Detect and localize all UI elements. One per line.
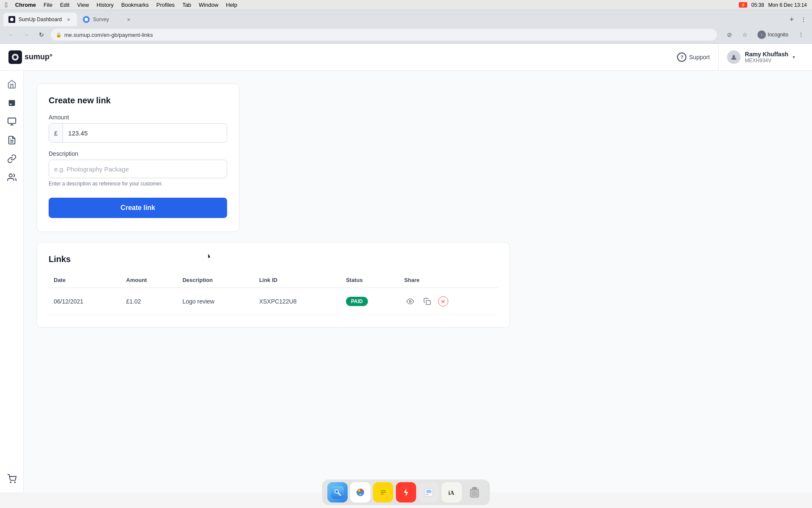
svg-rect-6 bbox=[8, 100, 15, 102]
sidebar-item-card-reader[interactable] bbox=[3, 94, 20, 111]
tab-sumup-close[interactable]: ✕ bbox=[65, 16, 72, 23]
address-text: me.sumup.com/en-gb/payment-links bbox=[64, 32, 153, 38]
row-date: 06/12/2021 bbox=[49, 288, 121, 315]
tab-expand-button[interactable]: ⋮ bbox=[798, 14, 809, 25]
bookmark-star-icon[interactable]: ☆ bbox=[739, 29, 751, 41]
share-actions: ✕ bbox=[404, 295, 493, 307]
create-link-card: Create new link Amount £ Description Ent… bbox=[36, 83, 239, 232]
user-chevron-icon: ▾ bbox=[793, 54, 795, 60]
battery-time: 05:38 bbox=[752, 2, 764, 8]
row-amount: £1.02 bbox=[121, 288, 177, 315]
menu-edit[interactable]: Edit bbox=[60, 2, 69, 8]
dock-item-reeder[interactable] bbox=[396, 482, 416, 502]
tab-sumup[interactable]: SumUp Dashboard ✕ bbox=[3, 13, 77, 26]
support-button[interactable]: ? Support bbox=[669, 44, 719, 71]
reload-button[interactable]: ↻ bbox=[36, 29, 47, 41]
dock: iA bbox=[0, 478, 812, 508]
clock: Mon 6 Dec 13:14 bbox=[768, 2, 807, 8]
col-description: Description bbox=[177, 273, 254, 288]
tab-survey[interactable]: Survey ✕ bbox=[78, 13, 137, 26]
svg-point-13 bbox=[9, 174, 12, 177]
menu-tab[interactable]: Tab bbox=[182, 2, 191, 8]
links-table: Date Amount Description Link ID Status S… bbox=[49, 273, 498, 315]
user-info: Ramy Khuffash MEXH934V bbox=[745, 51, 788, 64]
sidebar-item-customers[interactable] bbox=[3, 169, 20, 186]
dock-item-finder[interactable] bbox=[327, 482, 348, 502]
back-button[interactable]: ← bbox=[5, 29, 17, 41]
new-tab-button[interactable]: + bbox=[786, 14, 798, 25]
shield-icon[interactable]: ⊘ bbox=[724, 29, 735, 41]
svg-text:iA: iA bbox=[448, 490, 455, 496]
col-link-id: Link ID bbox=[254, 273, 341, 288]
battery-icon: ⚡ bbox=[739, 2, 747, 8]
row-share: ✕ bbox=[399, 288, 498, 315]
row-description: Logo review bbox=[177, 288, 254, 315]
sidebar-item-home[interactable] bbox=[3, 76, 20, 93]
tab-sumup-label: SumUp Dashboard bbox=[19, 17, 62, 22]
dock-item-preview[interactable] bbox=[419, 482, 439, 502]
dock-item-notes[interactable] bbox=[373, 482, 393, 502]
macos-menubar:  Chrome File Edit View History Bookmark… bbox=[0, 0, 812, 10]
description-hint: Enter a description as reference for you… bbox=[49, 181, 227, 187]
header-right: ? Support Ramy Khuffash MEXH934V ▾ bbox=[669, 44, 804, 71]
col-status: Status bbox=[341, 273, 399, 288]
profile-button[interactable]: I Incognito bbox=[754, 30, 792, 40]
tab-favicon-survey bbox=[83, 16, 90, 23]
menu-view[interactable]: View bbox=[77, 2, 89, 8]
view-link-button[interactable] bbox=[404, 295, 416, 307]
col-amount: Amount bbox=[121, 273, 177, 288]
svg-rect-31 bbox=[426, 490, 431, 493]
dock-item-chrome[interactable] bbox=[350, 482, 370, 502]
description-input[interactable] bbox=[49, 160, 227, 178]
copy-link-button[interactable] bbox=[421, 295, 433, 307]
row-link-id: XSXPC122U8 bbox=[254, 288, 341, 315]
browser-window: SumUp Dashboard ✕ Survey ✕ + ⋮ ← → ↻ 🔒 m… bbox=[0, 10, 812, 44]
col-share: Share bbox=[399, 273, 498, 288]
apple-menu[interactable]:  bbox=[5, 1, 8, 9]
amount-input[interactable] bbox=[63, 124, 227, 142]
support-label: Support bbox=[689, 54, 710, 61]
lock-icon: 🔒 bbox=[56, 32, 62, 38]
tab-bar: SumUp Dashboard ✕ Survey ✕ + ⋮ bbox=[0, 10, 812, 26]
delete-link-button[interactable]: ✕ bbox=[438, 296, 448, 306]
more-menu-icon[interactable]: ⋮ bbox=[795, 29, 807, 41]
address-bar-right: ⊘ ☆ I Incognito ⋮ bbox=[724, 29, 807, 41]
menu-file[interactable]: File bbox=[44, 2, 52, 8]
sidebar-item-transactions[interactable] bbox=[3, 113, 20, 130]
profile-avatar: I bbox=[757, 30, 766, 39]
menubar-right: ⚡ 05:38 Mon 6 Dec 13:14 bbox=[739, 2, 807, 8]
svg-point-1 bbox=[85, 18, 88, 21]
menu-bookmarks[interactable]: Bookmarks bbox=[121, 2, 149, 8]
svg-point-16 bbox=[409, 301, 411, 303]
sidebar-item-receipts[interactable] bbox=[3, 132, 20, 149]
dock-item-trash[interactable] bbox=[464, 482, 485, 502]
svg-rect-7 bbox=[10, 104, 11, 105]
col-date: Date bbox=[49, 273, 121, 288]
user-avatar bbox=[727, 50, 741, 64]
tab-survey-close[interactable]: ✕ bbox=[125, 16, 132, 23]
menu-profiles[interactable]: Profiles bbox=[156, 2, 175, 8]
menu-help[interactable]: Help bbox=[226, 2, 237, 8]
menu-window[interactable]: Window bbox=[199, 2, 218, 8]
amount-form-group: Amount £ bbox=[49, 114, 227, 143]
svg-point-0 bbox=[10, 18, 14, 21]
sidebar-item-payment-links[interactable] bbox=[3, 150, 20, 167]
address-bar[interactable]: 🔒 me.sumup.com/en-gb/payment-links bbox=[51, 29, 717, 41]
user-name: Ramy Khuffash bbox=[745, 51, 788, 58]
forward-button[interactable]: → bbox=[20, 29, 32, 41]
user-section[interactable]: Ramy Khuffash MEXH934V ▾ bbox=[719, 44, 804, 71]
dock-item-ia-writer[interactable]: iA bbox=[442, 482, 462, 502]
svg-rect-8 bbox=[8, 118, 15, 124]
create-link-button[interactable]: Create link bbox=[49, 198, 227, 218]
status-badge: PAID bbox=[346, 297, 368, 306]
tab-favicon-sumup bbox=[8, 16, 15, 23]
svg-point-3 bbox=[14, 55, 17, 59]
svg-marker-29 bbox=[404, 488, 408, 497]
description-form-group: Description Enter a description as refer… bbox=[49, 150, 227, 187]
svg-rect-17 bbox=[426, 301, 431, 305]
menu-history[interactable]: History bbox=[96, 2, 113, 8]
svg-point-20 bbox=[335, 490, 338, 493]
amount-input-wrapper: £ bbox=[49, 123, 227, 143]
app-name[interactable]: Chrome bbox=[15, 2, 36, 8]
amount-label: Amount bbox=[49, 114, 227, 121]
